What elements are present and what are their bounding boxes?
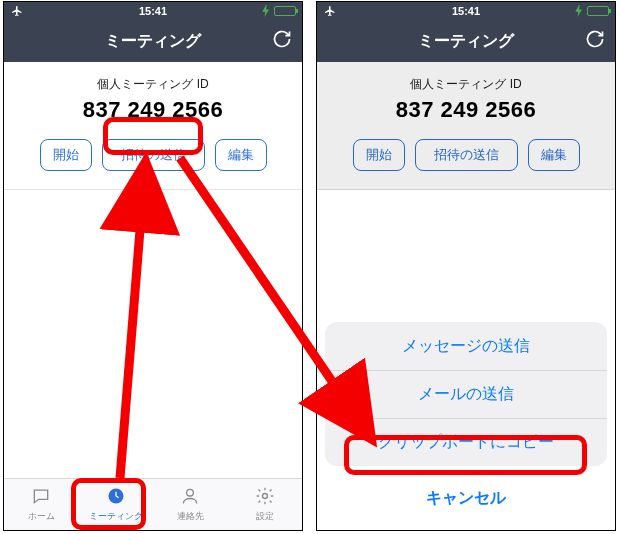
- phone-left: 15:41 ミーティング 個人ミーティング ID 837 249 2566 開始…: [3, 1, 303, 531]
- tab-home-label: ホーム: [28, 510, 55, 523]
- tab-bar: ホーム ミーティング 連絡先 設定: [4, 478, 302, 530]
- status-time: 15:41: [317, 5, 615, 17]
- nav-header: ミーティング: [317, 20, 615, 62]
- pmi-number: 837 249 2566: [4, 97, 302, 123]
- svg-point-1: [187, 489, 194, 496]
- status-bar: 15:41: [4, 2, 302, 20]
- nav-title: ミーティング: [105, 31, 201, 52]
- sheet-cancel[interactable]: キャンセル: [325, 474, 607, 522]
- divider: [4, 189, 302, 190]
- chat-icon: [30, 486, 52, 508]
- phone-right: 15:41 ミーティング 個人ミーティング ID 837 249 2566 開始…: [316, 1, 616, 531]
- tab-meetings[interactable]: ミーティング: [79, 479, 154, 530]
- tab-contacts[interactable]: 連絡先: [153, 479, 228, 530]
- tab-settings[interactable]: 設定: [228, 479, 303, 530]
- meeting-content: 個人ミーティング ID 837 249 2566 開始 招待の送信 編集: [4, 62, 302, 190]
- tab-settings-label: 設定: [256, 510, 274, 523]
- refresh-icon[interactable]: [585, 29, 605, 53]
- refresh-icon[interactable]: [272, 29, 292, 53]
- action-sheet: メッセージの送信 メールの送信 クリップボードにコピー キャンセル: [325, 322, 607, 522]
- send-invite-button[interactable]: 招待の送信: [102, 139, 205, 171]
- tab-contacts-label: 連絡先: [177, 510, 204, 523]
- tab-meetings-label: ミーティング: [89, 510, 143, 523]
- battery-icon: [274, 6, 296, 16]
- pmi-label: 個人ミーティング ID: [4, 76, 302, 93]
- sheet-send-mail[interactable]: メールの送信: [325, 370, 607, 418]
- sheet-copy-clipboard[interactable]: クリップボードにコピー: [325, 418, 607, 466]
- start-button[interactable]: 開始: [40, 139, 92, 171]
- nav-header: ミーティング: [4, 20, 302, 62]
- nav-title: ミーティング: [418, 31, 514, 52]
- battery-icon: [587, 6, 609, 16]
- action-sheet-group: メッセージの送信 メールの送信 クリップボードにコピー: [325, 322, 607, 466]
- modal-backdrop[interactable]: [317, 62, 615, 190]
- svg-point-2: [262, 494, 267, 499]
- person-icon: [179, 486, 201, 508]
- action-button-row: 開始 招待の送信 編集: [4, 139, 302, 171]
- tab-home[interactable]: ホーム: [4, 479, 79, 530]
- status-bar: 15:41: [317, 2, 615, 20]
- gear-icon: [254, 486, 276, 508]
- status-time: 15:41: [4, 5, 302, 17]
- sheet-send-message[interactable]: メッセージの送信: [325, 322, 607, 370]
- edit-button[interactable]: 編集: [215, 139, 267, 171]
- clock-icon: [105, 486, 127, 508]
